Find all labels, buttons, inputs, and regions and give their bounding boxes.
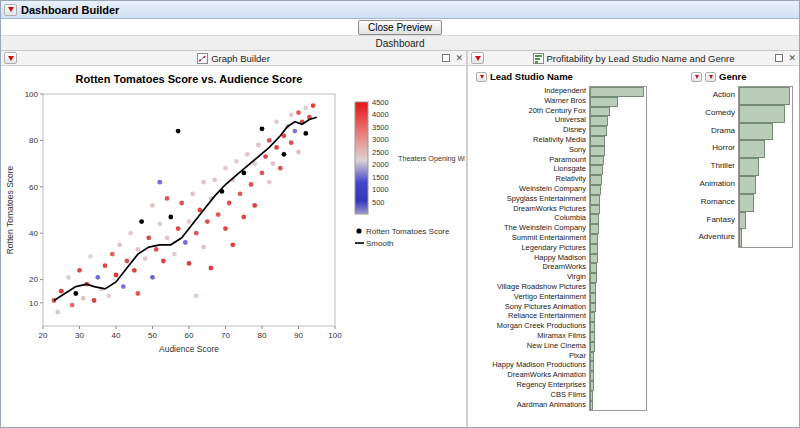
studio-bar[interactable] bbox=[590, 244, 598, 254]
scatter-point[interactable] bbox=[77, 268, 82, 273]
scatter-point[interactable] bbox=[95, 275, 100, 280]
scatter-point[interactable] bbox=[114, 273, 119, 278]
studio-bar[interactable] bbox=[590, 146, 605, 156]
genre-bar[interactable] bbox=[739, 194, 754, 212]
scatter-point[interactable] bbox=[190, 191, 195, 196]
scatter-point[interactable] bbox=[88, 254, 93, 259]
studio-bar[interactable] bbox=[590, 214, 599, 224]
scatter-point[interactable] bbox=[73, 291, 78, 296]
genre-menu-icon-1[interactable] bbox=[691, 72, 702, 82]
scatter-point[interactable] bbox=[227, 201, 232, 206]
studio-bar[interactable] bbox=[590, 87, 644, 97]
scatter-point[interactable] bbox=[168, 215, 173, 220]
scatter-point[interactable] bbox=[172, 252, 177, 257]
scatter-point[interactable] bbox=[303, 131, 308, 136]
close-icon[interactable]: ✕ bbox=[788, 54, 796, 62]
scatter-point[interactable] bbox=[267, 138, 272, 143]
studio-bar[interactable] bbox=[590, 273, 597, 283]
scatter-point[interactable] bbox=[187, 219, 192, 224]
studio-bar[interactable] bbox=[590, 381, 594, 391]
scatter-point[interactable] bbox=[59, 289, 64, 294]
scatter-point[interactable] bbox=[150, 275, 155, 280]
studio-bar[interactable] bbox=[590, 401, 593, 411]
scatter-point[interactable] bbox=[157, 180, 162, 185]
studio-bar[interactable] bbox=[590, 303, 596, 313]
scatter-point[interactable] bbox=[150, 203, 155, 208]
scatter-point[interactable] bbox=[260, 126, 265, 131]
studio-bar[interactable] bbox=[590, 391, 593, 401]
scatter-point[interactable] bbox=[209, 266, 214, 271]
scatter-point[interactable] bbox=[183, 240, 188, 245]
studio-bar[interactable] bbox=[590, 97, 618, 107]
scatter-point[interactable] bbox=[66, 275, 71, 280]
scatter-point[interactable] bbox=[176, 226, 181, 231]
genre-bar[interactable] bbox=[739, 105, 785, 123]
scatter-point[interactable] bbox=[278, 166, 283, 171]
scatter-point[interactable] bbox=[293, 129, 298, 134]
genre-menu-icon-2[interactable] bbox=[705, 72, 716, 82]
profitability-menu-icon[interactable] bbox=[471, 52, 484, 64]
scatter-point[interactable] bbox=[146, 235, 151, 240]
scatter-point[interactable] bbox=[154, 247, 159, 252]
scatter-point[interactable] bbox=[245, 152, 250, 157]
studio-bar[interactable] bbox=[590, 195, 600, 205]
scatter-point[interactable] bbox=[176, 129, 181, 134]
close-icon[interactable]: ✕ bbox=[455, 54, 463, 62]
scatter-plot-svg[interactable]: Rotten Tomatoes Score vs. Audience Score… bbox=[3, 68, 465, 370]
scatter-point[interactable] bbox=[274, 119, 279, 124]
scatter-point[interactable] bbox=[311, 103, 316, 108]
studio-bar[interactable] bbox=[590, 224, 599, 234]
genre-bar[interactable] bbox=[739, 212, 746, 230]
studio-bars-box[interactable] bbox=[589, 86, 647, 411]
scatter-point[interactable] bbox=[263, 154, 268, 159]
scatter-point[interactable] bbox=[121, 284, 126, 289]
scatter-point[interactable] bbox=[260, 171, 265, 176]
scatter-point[interactable] bbox=[271, 161, 276, 166]
scatter-point[interactable] bbox=[296, 110, 301, 115]
scatter-point[interactable] bbox=[143, 256, 148, 261]
scatter-point[interactable] bbox=[92, 298, 97, 303]
scatter-point[interactable] bbox=[165, 196, 170, 201]
scatter-point[interactable] bbox=[212, 177, 217, 182]
scatter-point[interactable] bbox=[110, 252, 115, 257]
studio-bar[interactable] bbox=[590, 116, 608, 126]
scatter-point[interactable] bbox=[194, 293, 199, 298]
studio-bar[interactable] bbox=[590, 352, 594, 362]
studio-bar[interactable] bbox=[590, 342, 595, 352]
studio-bar[interactable] bbox=[590, 254, 598, 264]
scatter-point[interactable] bbox=[70, 303, 75, 308]
scatter-point[interactable] bbox=[201, 180, 206, 185]
genre-bar[interactable] bbox=[739, 229, 742, 247]
color-gradient-legend[interactable] bbox=[355, 102, 368, 214]
close-preview-button[interactable]: Close Preview bbox=[358, 20, 442, 35]
studio-bar[interactable] bbox=[590, 234, 598, 244]
scatter-point[interactable] bbox=[274, 145, 279, 150]
scatter-point[interactable] bbox=[234, 159, 239, 164]
scatter-point[interactable] bbox=[125, 259, 130, 264]
scatter-point[interactable] bbox=[282, 152, 287, 157]
scatter-point[interactable] bbox=[139, 219, 144, 224]
studio-bar[interactable] bbox=[590, 263, 597, 273]
studio-bar[interactable] bbox=[590, 185, 601, 195]
genre-bar[interactable] bbox=[739, 87, 790, 105]
scatter-point[interactable] bbox=[267, 180, 272, 185]
studio-bar[interactable] bbox=[590, 107, 610, 117]
scatter-point[interactable] bbox=[103, 263, 108, 268]
genre-bar[interactable] bbox=[739, 158, 759, 176]
genre-bar[interactable] bbox=[739, 123, 773, 141]
scatter-point[interactable] bbox=[106, 293, 111, 298]
scatter-point[interactable] bbox=[157, 222, 162, 227]
dashboard-builder-menu-icon[interactable] bbox=[4, 4, 17, 16]
scatter-point[interactable] bbox=[289, 113, 294, 118]
studio-bar[interactable] bbox=[590, 136, 605, 146]
lead-studio-menu-icon[interactable] bbox=[476, 72, 487, 82]
scatter-point[interactable] bbox=[241, 215, 246, 220]
scatter-point[interactable] bbox=[289, 140, 294, 145]
scatter-point[interactable] bbox=[230, 242, 235, 247]
scatter-point[interactable] bbox=[223, 166, 228, 171]
scatter-point[interactable] bbox=[303, 106, 308, 111]
scatter-point[interactable] bbox=[296, 150, 301, 155]
studio-bar[interactable] bbox=[590, 156, 604, 166]
scatter-point[interactable] bbox=[55, 310, 60, 315]
scatter-point[interactable] bbox=[81, 296, 86, 301]
